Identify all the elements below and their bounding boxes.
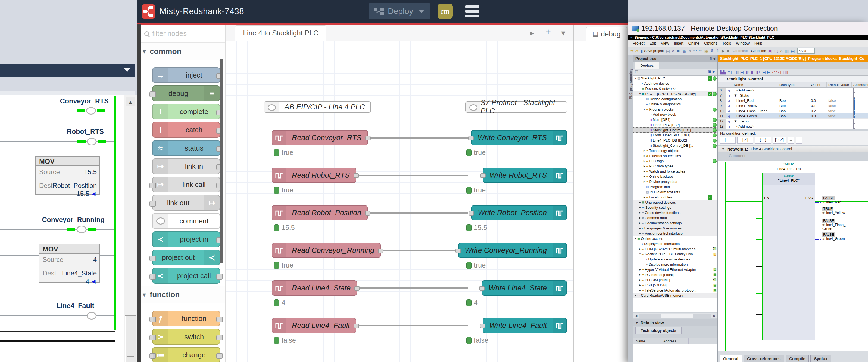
tab-devices[interactable]: Devices [635, 62, 659, 68]
accessible-checkbox[interactable] [852, 98, 868, 103]
tree-row[interactable]: ▶ Watch and force tables [633, 169, 717, 174]
col-accessible[interactable]: Accessible f [852, 82, 868, 87]
lad-instruction-button[interactable]: ⌐ [796, 137, 802, 144]
toolbar-icon[interactable]: ⇩ [710, 49, 714, 53]
tree-row[interactable]: ▼ Program blocks [633, 107, 717, 112]
eip-read-node[interactable]: Read Line4_State [272, 280, 357, 296]
insert-network-icon[interactable]: ▙▙ [720, 70, 726, 74]
coil[interactable] [87, 312, 96, 319]
output-port[interactable] [354, 286, 360, 291]
col-default[interactable]: Default value [827, 82, 852, 87]
menu-item[interactable]: Insert [674, 41, 683, 46]
tree-row[interactable]: ▼ Realtek PCIe GBE Family Con... [633, 251, 717, 257]
expander-icon[interactable]: ▶ [643, 155, 646, 157]
variable-name[interactable]: Line4_Red [732, 98, 778, 103]
expander-icon[interactable]: ▶ [639, 222, 641, 224]
tree-row[interactable]: Update accessible devices [633, 257, 717, 262]
tree-row[interactable]: Program info [633, 184, 717, 190]
tree-row[interactable]: ▶ Security settings [633, 205, 717, 210]
tree-row[interactable]: PLC alarm text lists [633, 190, 717, 195]
accessible-checkbox[interactable] [852, 88, 868, 92]
variable-name[interactable]: ▼Static [732, 93, 778, 98]
output-port[interactable] [378, 249, 383, 253]
tree-row[interactable]: ▶ PLC data types [633, 164, 717, 169]
tab-line4-to-stacklight[interactable]: Line 4 to Stacklight PLC [235, 25, 327, 41]
chevron-down-icon[interactable]: ▼ [722, 147, 724, 150]
tree-view-icons[interactable]: ▣ ▶ [708, 69, 715, 74]
palette-node[interactable]: project out [152, 250, 220, 266]
input-port[interactable] [468, 211, 474, 216]
toolbar-icon[interactable]: ▤ [791, 49, 795, 53]
variable-row[interactable]: 7 ▼Static [718, 93, 868, 98]
expander-icon[interactable]: ▶ [639, 201, 641, 203]
lad-instruction-button[interactable]: -|/|- [737, 137, 753, 144]
toolbar-icon[interactable]: ▣ [677, 49, 681, 53]
lad-instruction-button[interactable]: → [788, 137, 794, 144]
variable-name[interactable]: Line4_Flash_Green [732, 108, 778, 113]
expander-icon[interactable]: ▶ [634, 294, 637, 297]
expander-icon[interactable]: ▶ [639, 232, 641, 234]
menu-item[interactable]: Help [754, 41, 762, 46]
input-port[interactable] [479, 286, 485, 291]
tree-row[interactable]: ▶ Version control interface [633, 231, 717, 236]
network-title[interactable]: Line 4 Stacklight Control [751, 147, 792, 151]
palette-section-header[interactable]: ▾ function [137, 286, 225, 304]
tag-label[interactable]: Conveyor_RTS [60, 97, 109, 105]
menu-item[interactable]: Project [633, 41, 645, 46]
mov-dest-name[interactable]: Line4_State [62, 270, 97, 277]
palette-node[interactable]: link call [152, 177, 220, 192]
palette-node[interactable]: project call [152, 268, 220, 284]
expander-icon[interactable]: ▶ [639, 227, 641, 229]
toolbar-icon[interactable]: ↷ [699, 49, 702, 53]
lad-instruction-button[interactable]: [??] [773, 137, 786, 144]
tree-row[interactable]: Stacklight_Control [FB1] [633, 128, 717, 133]
variable-row[interactable]: 10 Line4_Flash_Green Bool 0.2 false [718, 108, 868, 113]
menu-item[interactable]: View [661, 41, 669, 46]
palette-node[interactable]: debug [152, 85, 220, 101]
variable-row[interactable]: 12 ▼Temp [718, 119, 868, 124]
variable-type[interactable] [778, 88, 809, 92]
tree-row[interactable]: ▶ Card Reader/USB memory [633, 293, 717, 298]
scroll-left-icon[interactable]: ◀ [633, 314, 639, 317]
expander-icon[interactable]: ▼ [639, 253, 641, 255]
toolbar-icon[interactable]: × [689, 49, 691, 53]
breadcrumb-item[interactable]: Program blocks [808, 56, 837, 61]
tree-row[interactable]: From_Line4_PLC [DB1] [633, 133, 717, 138]
network-comment[interactable]: Comment [729, 154, 745, 158]
menu-item[interactable]: Window [736, 41, 749, 46]
go-online-button[interactable]: Go online [733, 49, 748, 53]
variable-name[interactable]: Line4_Green [732, 113, 778, 118]
input-port[interactable] [480, 324, 485, 328]
toolbar-icon[interactable]: ↶ [693, 49, 697, 53]
network-header[interactable]: ▼ Network 1: Line 4 Stacklight Control [718, 146, 868, 152]
output-operand[interactable]: FALSE #Line4_Red [823, 196, 866, 204]
tree-row[interactable]: Device configuration [633, 96, 717, 102]
toolbar-icon[interactable]: ▱ [630, 49, 633, 53]
collapse-panel-icon[interactable]: ▯ ◀ [710, 57, 715, 60]
palette-section-header[interactable]: ▾ common [137, 43, 225, 60]
mov-source-value[interactable]: 15.5 [84, 168, 97, 176]
deploy-button[interactable]: Deploy [369, 3, 431, 19]
tree-hscrollbar[interactable]: ◀ ▶ [633, 313, 717, 318]
variable-type[interactable]: Bool [778, 113, 809, 118]
inspector-tab[interactable]: Cross-references [744, 355, 784, 362]
expander-icon[interactable]: ▶ [643, 160, 646, 162]
tree-row[interactable]: ▶ Technology objects [633, 148, 717, 153]
expander-icon[interactable]: ▼ [639, 92, 641, 95]
variable-row[interactable]: 8 Line4_Red Bool 0.0 false [718, 98, 868, 103]
tree-row[interactable]: ▶ External source files [633, 153, 717, 159]
eip-read-node[interactable]: Read Robot_Position [272, 205, 368, 220]
tree-row[interactable]: ▼ Online access [633, 236, 717, 241]
avatar[interactable]: rm [437, 3, 453, 19]
monitor-icon[interactable]: ▣ ▶ [762, 70, 770, 74]
flow-menu-icon[interactable]: ▾ [561, 28, 565, 37]
palette-search[interactable]: filter nodes [137, 25, 225, 43]
ladder-view-icons[interactable]: ≡ ▤ ▥ ▣ [728, 70, 744, 74]
tree-row[interactable]: Line4_PLC_DB [DB2] [633, 138, 717, 143]
toolbar-icon[interactable]: × [672, 49, 675, 53]
wire[interactable] [356, 325, 468, 326]
variable-type[interactable] [778, 93, 809, 98]
lad-instruction-button[interactable]: -| |- [720, 137, 736, 144]
palette-node[interactable]: project in [152, 231, 220, 247]
wire[interactable] [356, 287, 468, 289]
